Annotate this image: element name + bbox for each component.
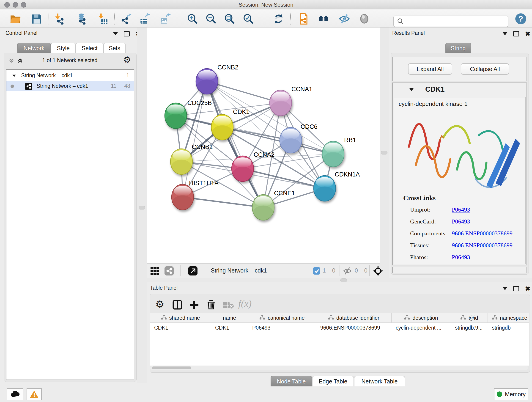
collection-expander-icon[interactable]	[13, 75, 16, 77]
table-cell[interactable]: 9606.ENSP00000378699	[316, 323, 392, 332]
toggle-graphics-details-button[interactable]	[317, 13, 330, 25]
table-row[interactable]: CDK1CDK1P064939606.ENSP00000378699cyclin…	[150, 323, 529, 332]
new-network-from-selection-button[interactable]	[298, 13, 310, 25]
zoom-selected-button[interactable]	[242, 13, 254, 25]
export-network-button[interactable]	[120, 13, 133, 25]
tab-node-table[interactable]: Node Table	[271, 376, 312, 386]
export-image-button[interactable]	[159, 13, 171, 25]
tab-style[interactable]: Style	[51, 43, 76, 53]
panel-float-icon[interactable]	[513, 31, 519, 36]
help-button[interactable]: ?	[515, 13, 527, 25]
zoom-out-button[interactable]	[205, 13, 217, 25]
collapse-all-button[interactable]: Collapse All	[461, 63, 509, 75]
warning-status-button[interactable]	[27, 388, 42, 400]
horizontal-splitter-grip[interactable]	[341, 279, 347, 282]
panel-menu-icon[interactable]	[503, 287, 507, 290]
show-all-button[interactable]	[358, 13, 370, 25]
column-header-shared-name[interactable]: shared name	[150, 313, 211, 322]
tab-select[interactable]: Select	[76, 43, 104, 53]
crosslink-link[interactable]: P06493	[452, 254, 470, 261]
column-header-database-identifier[interactable]: database identifier	[316, 313, 392, 322]
string-view-badge-icon[interactable]	[165, 266, 174, 276]
table-cell[interactable]: cyclin-dependent ...	[392, 323, 451, 332]
panel-close-icon[interactable]: ✖	[525, 287, 530, 291]
save-session-button[interactable]	[30, 13, 43, 25]
add-column-icon[interactable]	[189, 300, 199, 311]
crosslink-link[interactable]: P06493	[452, 218, 470, 225]
left-splitter-grip[interactable]	[139, 206, 145, 210]
import-network-from-database-button[interactable]	[75, 13, 88, 25]
tab-edge-table[interactable]: Edge Table	[312, 376, 354, 386]
network-options-gear-icon[interactable]: ⚙	[123, 56, 131, 64]
network-node-HIST1H1A[interactable]: HIST1H1A	[172, 180, 219, 211]
gene-expander-icon[interactable]	[409, 88, 414, 91]
import-network-from-file-button[interactable]	[53, 13, 65, 25]
birdseye-toggle-crosshair-icon[interactable]	[373, 266, 383, 277]
table-cell[interactable]: stringdb:9...	[451, 323, 488, 332]
zoom-in-button[interactable]	[186, 13, 199, 25]
open-session-button[interactable]	[9, 13, 22, 25]
zoom-fit-button[interactable]	[223, 13, 236, 25]
network-node-RB1[interactable]: RB1	[322, 137, 356, 167]
panel-menu-icon[interactable]	[113, 32, 118, 35]
table-horizontal-scrollbar[interactable]	[150, 366, 528, 370]
tab-sets[interactable]: Sets	[104, 43, 126, 53]
network-node-CDKN1A[interactable]: CDKN1A	[314, 171, 360, 202]
column-header-name[interactable]: name	[211, 313, 248, 322]
column-header-description[interactable]: description	[392, 313, 451, 322]
table-options-gear-icon[interactable]: ⚙	[155, 298, 164, 310]
tab-network[interactable]: Network	[17, 43, 51, 53]
table-cell[interactable]: CDK1	[150, 323, 211, 332]
network-collection-row[interactable]: String Network – cdk1 1	[6, 70, 134, 81]
crosslink-link[interactable]: P06493	[452, 206, 470, 213]
network-node-CCNB1[interactable]: CCNB1	[171, 143, 213, 175]
search-field[interactable]	[393, 16, 508, 27]
panel-menu-icon[interactable]	[503, 32, 507, 35]
right-splitter-grip[interactable]	[381, 151, 387, 154]
network-edge[interactable]	[183, 197, 263, 207]
network-node-CCNA1[interactable]: CCNA1	[270, 86, 312, 116]
crosslink-link[interactable]: 9606.ENSP00000378699	[452, 242, 513, 249]
import-table-from-file-button[interactable]	[96, 13, 109, 25]
network-node-CCNB2[interactable]: CCNB2	[196, 64, 239, 95]
panel-close-icon[interactable]: ✖	[525, 32, 530, 36]
network-graph[interactable]: CCNB2CCNA1CDC25BCDK1CDC6RB1CCNB1CCNA2CDK…	[147, 27, 380, 263]
open-in-new-window-icon[interactable]	[188, 266, 197, 276]
expand-all-networks-icon[interactable]	[17, 57, 23, 65]
birdseye-grid-icon[interactable]	[150, 266, 159, 276]
table-cell[interactable]: P06493	[248, 323, 316, 332]
search-input[interactable]	[404, 17, 508, 26]
column-header-canonical-name[interactable]: canonical name	[248, 313, 316, 322]
table-cell[interactable]: CDK1	[211, 323, 248, 332]
network-node-CCNE1[interactable]: CCNE1	[252, 190, 295, 221]
cloud-status-button[interactable]	[7, 388, 23, 400]
tab-network-table[interactable]: Network Table	[354, 376, 405, 386]
table-cell[interactable]: stringdb	[488, 323, 529, 332]
panel-float-icon[interactable]	[124, 31, 130, 36]
show-columns-icon[interactable]	[172, 300, 182, 311]
apply-preferred-layout-button[interactable]	[272, 13, 285, 25]
tab-string[interactable]: String	[445, 43, 471, 53]
panel-float-icon[interactable]	[513, 286, 519, 291]
expand-all-button[interactable]: Expand All	[408, 63, 452, 75]
network-edge[interactable]	[207, 81, 281, 103]
left-splitter[interactable]	[137, 27, 147, 383]
delete-column-icon[interactable]	[206, 299, 216, 311]
crosslink-link[interactable]: 9606.ENSP00000378699	[452, 230, 513, 237]
network-row[interactable]: String Network – cdk1 11 48	[6, 81, 134, 91]
selected-checkbox-icon[interactable]	[313, 267, 320, 275]
collapse-all-networks-icon[interactable]	[8, 57, 15, 65]
network-canvas[interactable]: CCNB2CCNA1CDC25BCDK1CDC6RB1CCNB1CCNA2CDK…	[147, 27, 380, 263]
node-table[interactable]: shared namenamecanonical namedatabase id…	[150, 313, 529, 366]
scrollbar-thumb[interactable]	[152, 366, 191, 369]
hide-selected-button[interactable]	[338, 13, 351, 25]
column-header--id[interactable]: @id	[451, 313, 488, 322]
close-window-icon[interactable]	[4, 2, 10, 7]
column-header-namespace[interactable]: namespace	[488, 313, 529, 322]
export-table-button[interactable]	[139, 13, 151, 25]
minimize-window-icon[interactable]	[13, 2, 18, 7]
memory-button[interactable]: Memory	[494, 388, 528, 400]
maximize-window-icon[interactable]	[21, 2, 26, 7]
horizontal-splitter[interactable]	[147, 278, 532, 282]
right-splitter[interactable]	[380, 27, 389, 278]
